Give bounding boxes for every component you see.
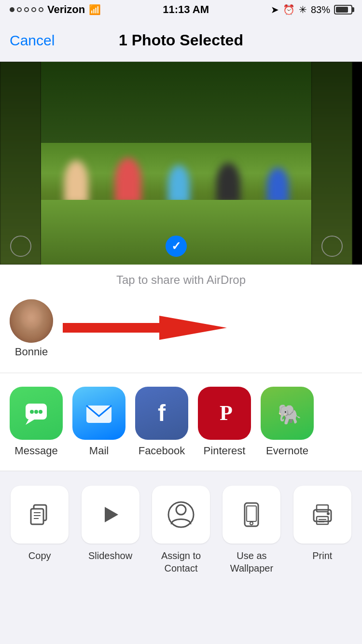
photo-center[interactable]: ✓ (41, 62, 311, 265)
svg-rect-20 (247, 506, 256, 521)
app-item-mail[interactable]: Mail (72, 387, 125, 457)
action-copy[interactable]: Copy (8, 486, 71, 574)
pinterest-label: Pinterest (204, 445, 246, 457)
evernote-app-icon[interactable]: 🐘 (261, 387, 314, 440)
svg-text:f: f (158, 400, 166, 426)
cancel-button[interactable]: Cancel (10, 32, 55, 49)
copy-button[interactable] (11, 486, 69, 544)
actions-section: Copy Slideshow Assign to Contact (0, 471, 362, 584)
dot-2 (17, 7, 22, 12)
avatar-face (10, 299, 53, 343)
svg-point-4 (34, 410, 38, 414)
dot-5 (39, 7, 43, 12)
photo-center-scene (41, 62, 311, 265)
status-right: ➤ ⏰ ✳ 83% (271, 4, 352, 15)
assign-button[interactable] (152, 486, 210, 544)
battery-fill (336, 7, 348, 13)
svg-text:🐘: 🐘 (278, 403, 302, 426)
slideshow-play-icon (97, 501, 124, 528)
dot-3 (24, 7, 29, 12)
selection-circle-right[interactable] (321, 236, 343, 257)
photo-left-scene (0, 62, 41, 265)
page-title: 1 Photo Selected (119, 31, 243, 49)
contact-name: Bonnie (15, 346, 48, 358)
mail-app-icon[interactable] (72, 387, 125, 440)
photo-right-bg (311, 62, 352, 265)
avatar (10, 299, 53, 343)
slideshow-label: Slideshow (88, 549, 132, 562)
facebook-f-icon: f (147, 399, 176, 428)
photo-left-bg (0, 62, 41, 265)
airdrop-hint: Tap to share with AirDrop (10, 273, 352, 287)
copy-label: Copy (28, 549, 51, 562)
wallpaper-phone-icon (238, 501, 265, 528)
print-label: Print (312, 549, 332, 562)
message-bubble-icon (22, 399, 51, 428)
app-item-evernote[interactable]: 🐘 Evernote (261, 387, 314, 457)
figure-4 (216, 163, 240, 204)
battery-percent: 83% (311, 4, 330, 15)
pinterest-app-icon[interactable]: P (198, 387, 251, 440)
print-icon (309, 501, 336, 528)
slideshow-button[interactable] (82, 486, 139, 544)
action-assign[interactable]: Assign to Contact (149, 486, 213, 574)
svg-marker-0 (63, 316, 227, 340)
location-icon: ➤ (271, 4, 279, 15)
svg-point-21 (250, 522, 253, 525)
status-left: Verizon 📶 (10, 3, 101, 16)
bluetooth-icon: ✳ (299, 4, 307, 15)
svg-point-27 (327, 512, 330, 515)
share-apps-section: Message Mail f Facebook (0, 373, 362, 471)
evernote-elephant-icon: 🐘 (273, 399, 302, 428)
photo-right[interactable] (311, 62, 352, 265)
svg-point-5 (39, 410, 42, 414)
figure-1 (64, 160, 88, 204)
action-wallpaper[interactable]: Use as Wallpaper (220, 486, 283, 574)
assign-contact-icon (167, 501, 195, 528)
apps-row: Message Mail f Facebook (10, 387, 352, 457)
alarm-icon: ⏰ (283, 4, 295, 15)
photo-right-scene (311, 62, 352, 265)
app-item-message[interactable]: Message (10, 387, 63, 457)
photo-center-bg (41, 62, 311, 265)
facebook-app-icon[interactable]: f (135, 387, 188, 440)
contact-bonnie[interactable]: Bonnie (10, 299, 53, 358)
carrier-label: Verizon (47, 3, 85, 16)
wallpaper-button[interactable] (223, 486, 280, 544)
mail-envelope-icon (84, 399, 114, 428)
selection-circle-left[interactable] (10, 236, 31, 257)
actions-row: Copy Slideshow Assign to Contact (5, 486, 357, 574)
copy-icon (26, 501, 53, 528)
selection-circle-center[interactable]: ✓ (166, 236, 187, 257)
photo-strip: ✓ (0, 62, 362, 265)
photo-left[interactable] (0, 62, 41, 265)
action-print[interactable]: Print (291, 486, 354, 574)
status-time: 11:13 AM (163, 3, 209, 16)
svg-marker-16 (105, 507, 118, 522)
assign-label: Assign to Contact (149, 549, 213, 574)
svg-point-3 (30, 410, 34, 414)
wallpaper-label: Use as Wallpaper (220, 549, 283, 574)
battery-icon (334, 5, 352, 14)
print-button[interactable] (293, 486, 351, 544)
svg-rect-23 (317, 505, 328, 512)
app-item-pinterest[interactable]: P Pinterest (198, 387, 251, 457)
action-slideshow[interactable]: Slideshow (78, 486, 142, 574)
svg-marker-2 (26, 420, 34, 425)
contact-row: Bonnie (10, 294, 352, 368)
airdrop-section: Tap to share with AirDrop Bonnie (0, 265, 362, 373)
app-item-facebook[interactable]: f Facebook (135, 387, 188, 457)
nav-bar: Cancel 1 Photo Selected (0, 19, 362, 62)
status-bar: Verizon 📶 11:13 AM ➤ ⏰ ✳ 83% (0, 0, 362, 19)
message-app-icon[interactable] (10, 387, 63, 440)
message-label: Message (14, 445, 57, 457)
dot-1 (10, 7, 14, 12)
dot-4 (31, 7, 36, 12)
svg-rect-12 (31, 509, 43, 524)
red-arrow-icon (63, 311, 227, 345)
blur-figures (41, 123, 311, 204)
figure-2 (115, 158, 141, 204)
facebook-label: Facebook (139, 445, 185, 457)
signal-dots (10, 7, 43, 12)
pinterest-p-icon: P (210, 399, 239, 428)
